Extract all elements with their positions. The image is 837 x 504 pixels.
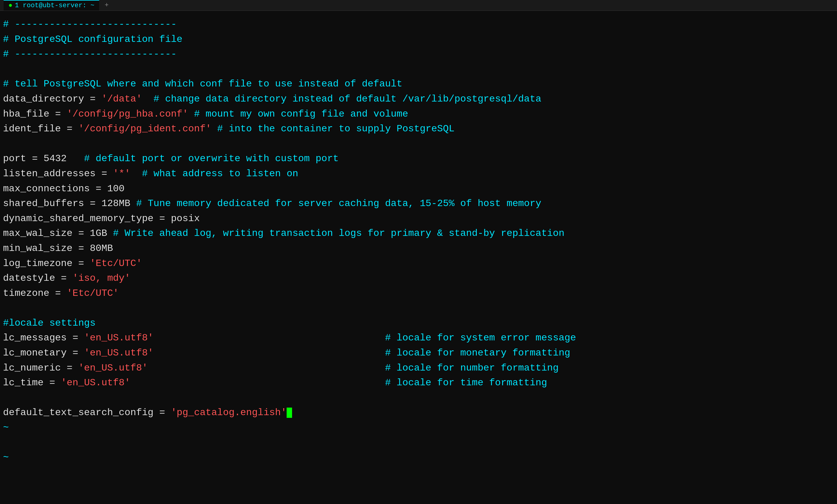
comment-tell: # tell PostgreSQL where and which conf f… (3, 78, 403, 89)
line-18: datestyle = 'iso, mdy' (3, 271, 834, 286)
tab-icon: ● (8, 2, 12, 9)
data-directory-value: '/data' (101, 93, 142, 105)
line-7: hba_file = '/config/pg_hba.conf' # mount… (3, 107, 834, 122)
ident-file-value: '/config/pg_ident.conf' (78, 123, 212, 134)
active-tab[interactable]: ● 1 root@ubt-server: ~ (4, 0, 99, 11)
data-directory-comment: # change data directory instead of defau… (142, 93, 541, 105)
lc-messages-key: lc_messages = (3, 332, 84, 343)
line-25: lc_time = 'en_US.utf8' # locale for time… (3, 375, 834, 391)
max-wal-size-comment: # Write ahead log, writing transaction l… (107, 228, 565, 239)
line-11: listen_addresses = '*' # what address to… (3, 166, 834, 181)
line-24: lc_numeric = 'en_US.utf8' # locale for n… (3, 361, 834, 376)
terminal-window: ● 1 root@ubt-server: ~ + # -------------… (0, 0, 837, 504)
line-19: timezone = 'Etc/UTC' (3, 286, 834, 301)
lc-messages-value: 'en_US.utf8' (84, 332, 154, 343)
line-8: ident_file = '/config/pg_ident.conf' # i… (3, 121, 834, 137)
line-1: # ---------------------------- (3, 17, 834, 32)
line-3: # ---------------------------- (3, 47, 834, 62)
lc-time-value: 'en_US.utf8' (61, 377, 130, 388)
locale-comment: #locale settings (3, 318, 95, 329)
line-empty-5 (3, 435, 834, 450)
hba-file-key: hba_file = (3, 108, 67, 120)
shared-buffers-comment: # Tune memory dedicated for server cachi… (130, 198, 541, 209)
comment-dashes-2: # ---------------------------- (3, 49, 177, 60)
lc-monetary-key: lc_monetary = (3, 347, 84, 359)
hba-file-value: '/config/pg_hba.conf' (67, 108, 188, 120)
tab-label: 1 root@ubt-server: ~ (15, 2, 94, 9)
line-empty-3 (3, 301, 834, 316)
lc-monetary-value: 'en_US.utf8' (84, 347, 154, 359)
line-16: min_wal_size = 80MB (3, 241, 834, 256)
terminal-content: # ---------------------------- # Postgre… (0, 11, 837, 504)
line-empty-4 (3, 391, 834, 406)
lc-time-comment: # locale for time formatting (130, 377, 547, 388)
port-comment: # default port or overwrite with custom … (67, 153, 339, 164)
line-5: # tell PostgreSQL where and which conf f… (3, 76, 834, 92)
max-wal-size-key: max_wal_size = 1GB (3, 228, 107, 239)
hba-file-comment: # mount my own config file and volume (189, 108, 408, 120)
default-text-search-key: default_text_search_config = (3, 407, 171, 418)
shared-buffers-key: shared_buffers = 128MB (3, 198, 130, 209)
max-connections: max_connections = 100 (3, 183, 124, 194)
line-28: ~ (3, 420, 834, 435)
timezone-key: timezone = (3, 288, 67, 299)
line-2: # PostgreSQL configuration file (3, 32, 834, 47)
lc-numeric-value: 'en_US.utf8' (78, 362, 148, 374)
log-timezone-key: log_timezone = (3, 258, 90, 269)
terminal-cursor (287, 408, 292, 418)
tilde-2: ~ (3, 452, 9, 463)
line-10: port = 5432 # default port or overwrite … (3, 151, 834, 166)
line-27: default_text_search_config = 'pg_catalog… (3, 405, 834, 420)
listen-addresses-key: listen_addresses = (3, 168, 113, 179)
lc-numeric-comment: # locale for number formatting (148, 362, 558, 374)
datestyle-value: 'iso, mdy' (72, 273, 130, 284)
timezone-value: 'Etc/UTC' (67, 288, 119, 299)
comment-dashes-1: # ---------------------------- (3, 19, 177, 30)
line-13: shared_buffers = 128MB # Tune memory ded… (3, 196, 834, 211)
default-text-search-value: 'pg_catalog.english' (171, 407, 287, 418)
lc-messages-comment: # locale for system error message (154, 332, 576, 343)
data-directory-key: data_directory = (3, 93, 101, 105)
listen-addresses-value: '*' (113, 168, 130, 179)
titlebar: ● 1 root@ubt-server: ~ + (0, 0, 837, 11)
dynamic-shared-memory: dynamic_shared_memory_type = posix (3, 213, 200, 224)
lc-time-key: lc_time = (3, 377, 61, 388)
tilde-1: ~ (3, 422, 9, 433)
lc-monetary-comment: # locale for monetary formatting (154, 347, 570, 359)
ident-file-key: ident_file = (3, 123, 78, 134)
line-30: ~ (3, 450, 834, 465)
line-15: max_wal_size = 1GB # Write ahead log, wr… (3, 226, 834, 241)
line-12: max_connections = 100 (3, 181, 834, 196)
ident-file-comment: # into the container to supply PostgreSQ… (211, 123, 455, 134)
port-setting: port = 5432 (3, 153, 67, 164)
comment-title: # PostgreSQL configuration file (3, 34, 182, 45)
line-22: lc_messages = 'en_US.utf8' # locale for … (3, 330, 834, 345)
listen-addresses-comment: # what address to listen on (130, 168, 298, 179)
line-6: data_directory = '/data' # change data d… (3, 92, 834, 107)
lc-numeric-key: lc_numeric = (3, 362, 78, 374)
line-21: #locale settings (3, 316, 834, 331)
min-wal-size: min_wal_size = 80MB (3, 243, 113, 254)
line-17: log_timezone = 'Etc/UTC' (3, 256, 834, 271)
log-timezone-value: 'Etc/UTC' (90, 258, 142, 269)
new-tab-button[interactable]: + (102, 0, 111, 10)
datestyle-key: datestyle = (3, 273, 72, 284)
line-empty-1 (3, 62, 834, 77)
line-empty-2 (3, 137, 834, 151)
line-23: lc_monetary = 'en_US.utf8' # locale for … (3, 345, 834, 361)
line-14: dynamic_shared_memory_type = posix (3, 211, 834, 226)
